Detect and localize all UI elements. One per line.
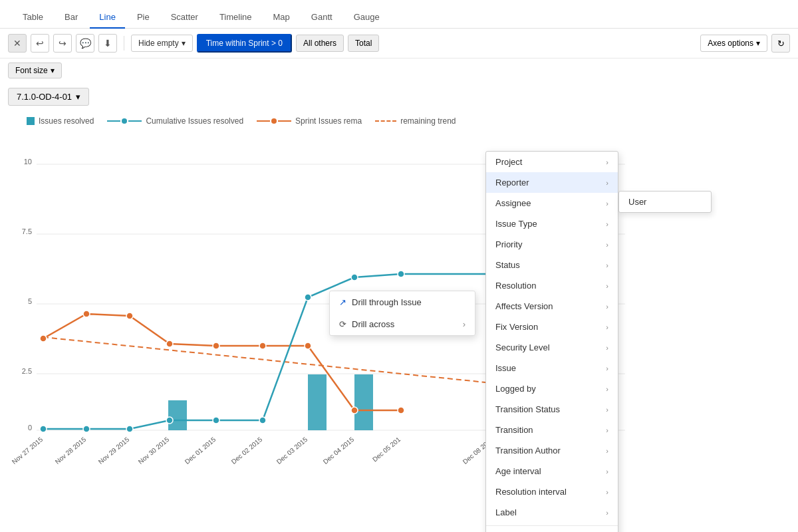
menu-item-issue-type[interactable]: Issue Type › [486, 213, 618, 234]
menu-item-agile[interactable]: Agile › [486, 529, 618, 532]
menu-item-status[interactable]: Status › [486, 255, 618, 275]
menu-label: Priority [495, 239, 522, 249]
menu-item-resolution[interactable]: Resolution › [486, 275, 618, 296]
tab-gauge[interactable]: Gauge [344, 7, 389, 29]
chevron-icon: › [606, 488, 608, 496]
redo-button[interactable]: ↪ [53, 34, 72, 53]
axes-options-button[interactable]: Axes options ▾ [700, 35, 767, 52]
menu-item-resolution-interval[interactable]: Resolution interval › [486, 481, 618, 502]
svg-point-30 [305, 294, 311, 301]
toolbar-row1: ✕ ↩ ↪ 💬 ⬇ Hide empty ▾ Time within Sprin… [0, 29, 798, 59]
legend-issues-resolved: Issues resolved [27, 116, 94, 126]
menu-label: Resolution [495, 281, 536, 291]
legend-label3: Sprint Issues rema [295, 116, 362, 126]
legend-dot-icon [122, 118, 127, 124]
toolbar-row2: Font size ▾ [0, 59, 798, 82]
context-menu: Project › Reporter › Assignee › Issue Ty… [485, 151, 618, 532]
menu-item-priority[interactable]: Priority › [486, 234, 618, 255]
menu-label: Fix Version [495, 322, 538, 332]
tab-line[interactable]: Line [90, 7, 125, 29]
drill-sub-chevron: › [463, 319, 466, 329]
svg-text:0: 0 [28, 424, 32, 432]
legend-sprint-line [257, 120, 270, 122]
menu-item-reporter[interactable]: Reporter › [486, 172, 618, 193]
reporter-submenu: User [618, 191, 712, 213]
svg-text:5: 5 [28, 297, 32, 305]
legend-square-icon [27, 117, 35, 125]
chevron-icon: › [606, 364, 608, 372]
drill-across-item[interactable]: ⟳ Drill across › [330, 313, 475, 335]
tab-map[interactable]: Map [264, 7, 299, 29]
svg-point-16 [83, 311, 90, 317]
svg-text:Dec 01 2015: Dec 01 2015 [184, 436, 217, 466]
refresh-button[interactable]: ↻ [771, 34, 790, 53]
svg-point-18 [166, 340, 173, 347]
axes-options-label: Axes options [708, 39, 753, 48]
menu-label: Transition Author [495, 446, 561, 456]
drill-through-label: Drill through Issue [352, 297, 422, 307]
close-button[interactable]: ✕ [8, 34, 27, 53]
legend-label: Issues resolved [39, 116, 94, 126]
version-chevron-icon: ▾ [76, 92, 80, 102]
tab-table[interactable]: Table [13, 7, 53, 29]
svg-point-26 [126, 426, 133, 432]
tab-pie[interactable]: Pie [128, 7, 159, 29]
svg-point-15 [40, 335, 47, 342]
menu-item-assignee[interactable]: Assignee › [486, 193, 618, 213]
menu-item-fix-version[interactable]: Fix Version › [486, 317, 618, 337]
separator [124, 36, 124, 51]
tab-bar: Table Bar Line Pie Scatter Timeline Map … [0, 0, 798, 29]
tab-scatter[interactable]: Scatter [162, 7, 207, 29]
chevron-icon: › [606, 282, 608, 290]
menu-item-transition-author[interactable]: Transition Author › [486, 440, 618, 461]
svg-text:Nov 29 2015: Nov 29 2015 [97, 436, 131, 466]
chevron-icon: › [606, 467, 608, 475]
tab-timeline[interactable]: Timeline [210, 7, 261, 29]
menu-item-affects-version[interactable]: Affects Version › [486, 296, 618, 317]
svg-point-25 [83, 426, 90, 432]
menu-item-transition[interactable]: Transition › [486, 420, 618, 440]
chevron-icon: › [606, 385, 608, 393]
chevron-icon: › [606, 323, 608, 331]
legend-trend-icon [375, 120, 396, 122]
tab-gantt[interactable]: Gantt [302, 7, 342, 29]
menu-item-issue[interactable]: Issue › [486, 358, 618, 378]
chevron-icon: › [606, 220, 608, 228]
menu-item-transition-status[interactable]: Transition Status › [486, 399, 618, 420]
menu-item-security-level[interactable]: Security Level › [486, 337, 618, 358]
undo-button[interactable]: ↩ [31, 34, 49, 53]
all-others-button[interactable]: All others [296, 35, 344, 52]
svg-text:10: 10 [24, 158, 32, 166]
menu-label: Status [495, 260, 520, 270]
filter-active-button[interactable]: Time within Sprint > 0 [197, 34, 292, 53]
menu-item-age-interval[interactable]: Age interval › [486, 461, 618, 481]
tab-bar[interactable]: Bar [55, 7, 87, 29]
reporter-user-item[interactable]: User [619, 192, 711, 212]
svg-text:Dec 03 2015: Dec 03 2015 [275, 436, 309, 466]
version-button[interactable]: 7.1.0-OD-4-01 ▾ [8, 88, 89, 106]
menu-label: Affects Version [495, 301, 553, 311]
comment-button[interactable]: 💬 [76, 34, 94, 53]
version-label: 7.1.0-OD-4-01 [17, 92, 72, 102]
chevron-icon: › [606, 509, 608, 517]
font-size-button[interactable]: Font size ▾ [8, 63, 62, 78]
svg-text:Dec 04 2015: Dec 04 2015 [322, 436, 356, 466]
download-button[interactable]: ⬇ [98, 34, 117, 53]
svg-line-14 [43, 337, 499, 384]
hide-empty-button[interactable]: Hide empty ▾ [131, 35, 193, 52]
menu-label: Resolution interval [495, 487, 567, 497]
menu-item-label[interactable]: Label › [486, 502, 618, 523]
menu-item-project[interactable]: Project › [486, 152, 618, 172]
svg-point-17 [126, 313, 133, 319]
total-button[interactable]: Total [348, 35, 379, 52]
svg-point-21 [305, 342, 311, 349]
axes-chevron-icon: ▾ [756, 39, 760, 48]
svg-point-20 [259, 342, 266, 349]
legend-sprint: Sprint Issues rema [257, 116, 362, 126]
menu-item-logged-by[interactable]: Logged by › [486, 378, 618, 399]
hide-empty-label: Hide empty [138, 39, 179, 48]
menu-label: Logged by [495, 384, 536, 394]
drill-through-issue-item[interactable]: ↗ Drill through Issue [330, 291, 475, 313]
svg-point-29 [259, 417, 266, 424]
svg-point-23 [398, 407, 404, 414]
